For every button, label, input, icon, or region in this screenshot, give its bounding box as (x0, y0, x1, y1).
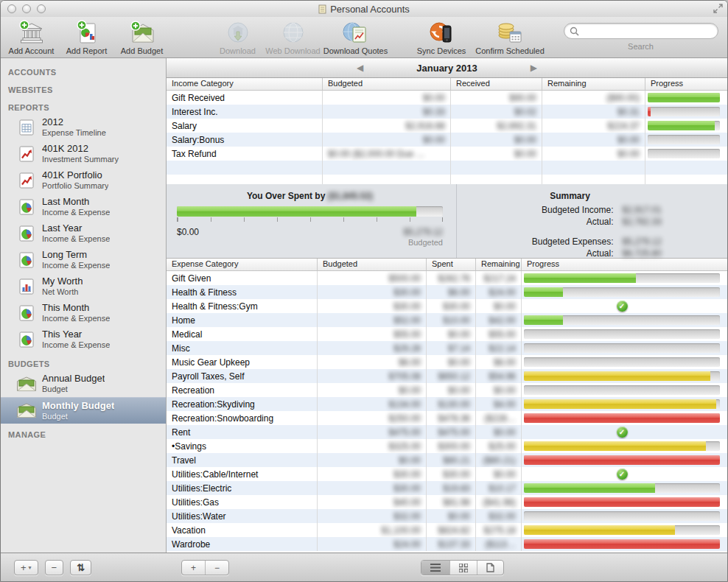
sidebar-item-subtitle: Investment Summary (42, 154, 119, 165)
pie-doc-icon (15, 305, 38, 321)
received-cell: $0.00 (451, 133, 542, 147)
close-button[interactable] (7, 4, 16, 13)
expense-row-vacation[interactable]: Vacation$1,100.00$824.82$275.18 (167, 523, 727, 537)
spent-cell: $80.21 (427, 453, 476, 467)
income-column-budgeted[interactable]: Budgeted (323, 78, 451, 90)
expense-row-utilities-cable-internet[interactable]: Utilities:Cable/Internet$30.00$30.00$0.0… (167, 467, 727, 481)
spent-cell: $19.83 (427, 481, 476, 495)
income-row-tax-refund[interactable]: Tax Refund$0.00 ($2,000.00 Due …$0.00$0.… (167, 147, 727, 161)
sidebar-item-this-month[interactable]: This MonthIncome & Expense (1, 300, 166, 326)
add-category-button[interactable]: + (182, 561, 206, 575)
income-row-salary-bonus[interactable]: Salary:Bonus$0.00$0.00$0.00 (167, 133, 727, 147)
add-report-button[interactable]: Add Report (59, 18, 114, 55)
expense-row-utilities-water[interactable]: Utilities:Water$32.00$0.00$32.00 (167, 509, 727, 523)
remaining-cell: $0.00 (476, 467, 522, 481)
sidebar-item-long-term[interactable]: Long TermIncome & Expense (1, 247, 166, 273)
progress-fill-red (648, 107, 651, 116)
progress-track (648, 149, 720, 158)
expense-row-recreation-snowboarding[interactable]: Recreation:Snowboarding$250.00$478.36($2… (167, 411, 727, 425)
category-cell: Utilities:Electric (167, 481, 318, 495)
progress-fill-green (648, 121, 715, 130)
sidebar-item-last-month[interactable]: Last MonthIncome & Expense (1, 194, 166, 220)
search-input[interactable] (579, 25, 713, 37)
previous-month-button[interactable]: ◀ (357, 63, 363, 73)
remove-category-button[interactable]: − (206, 561, 228, 575)
sidebar-item-title: 2012 (42, 116, 106, 127)
progress-cell: ✓ (522, 425, 727, 439)
sidebar-item-annual-budget[interactable]: Annual BudgetBudget (1, 371, 166, 397)
remove-source-button[interactable]: − (45, 560, 64, 575)
zoom-button[interactable] (37, 4, 46, 13)
sidebar-item-401k-portfolio[interactable]: 401K PortfolioPortfolio Summary (1, 167, 166, 194)
expense-column-remaining[interactable]: Remaining (476, 259, 522, 270)
spent-cell: $130.00 (427, 397, 476, 411)
sidebar-item-title: This Year (42, 329, 110, 340)
search-field[interactable] (564, 23, 718, 39)
expense-row-utilities-electric[interactable]: Utilities:Electric$30.00$19.83$10.17 (167, 481, 727, 495)
list-view-button[interactable] (421, 561, 450, 575)
fullscreen-icon[interactable] (713, 4, 723, 13)
expense-row-gift-given[interactable]: Gift Given$500.00$282.76$217.24 (167, 271, 727, 285)
sync-devices-button[interactable]: Sync Devices (411, 18, 472, 55)
income-column-received[interactable]: Received (451, 78, 542, 90)
expense-row-music-gear-upkeep[interactable]: Music Gear Upkeep$6.00$0.00$6.00 (167, 355, 727, 369)
sidebar-item-monthly-budget[interactable]: Monthly BudgetBudget (1, 397, 166, 424)
expense-row-travel[interactable]: Travel$0.00$80.21($80.21) (167, 453, 727, 467)
expense-row-savings[interactable]: •Savings$325.00$300.00$25.00 (167, 439, 727, 453)
expense-row-rent[interactable]: Rent$475.00$475.00$0.00✓ (167, 425, 727, 439)
budgeted-cell: $40.00 (318, 495, 427, 509)
category-cell: Gift Given (167, 271, 318, 285)
expense-row-medical[interactable]: Medical$55.00$0.00$55.00 (167, 327, 727, 341)
category-cell: Gift Received (167, 91, 323, 105)
sidebar-item-my-worth[interactable]: My WorthNet Worth (1, 273, 166, 300)
income-row-gift-received[interactable]: Gift Received$0.00$90.00($90.00) (167, 91, 727, 105)
expense-row-health-fitness[interactable]: Health & Fitness$30.00$6.00$24.00 (167, 285, 727, 299)
sidebar-item-this-year[interactable]: This YearIncome & Expense (1, 326, 166, 353)
grid-view-button[interactable] (450, 561, 477, 575)
income-row-interest-inc[interactable]: Interest Inc.$0.33$0.02$0.31 (167, 105, 727, 119)
confirm-scheduled-button[interactable]: Confirm Scheduled (472, 18, 548, 55)
spent-cell: $0.00 (427, 383, 476, 397)
expense-row-misc[interactable]: Misc$29.28$7.14$22.14 (167, 341, 727, 355)
reorder-button[interactable]: ⇅ (70, 560, 91, 575)
remaining-cell: $0.00 (476, 425, 522, 439)
sidebar-item-subtitle: Income & Expense (42, 313, 110, 324)
expense-column-progress[interactable]: Progress (522, 259, 727, 270)
expense-row-recreation[interactable]: Recreation$0.00$0.00$0.00 (167, 383, 727, 397)
add-account-button[interactable]: Add Account (4, 18, 59, 55)
remaining-cell: ($90.00) (542, 91, 645, 105)
add-source-button[interactable]: +▾ (14, 560, 38, 575)
expense-row-payroll-taxes-self[interactable]: Payroll Taxes, Self$705.08$650.12$54.96 (167, 369, 727, 383)
bar-chart-doc-icon (15, 278, 38, 295)
sidebar-item-2012[interactable]: 2012Expense Timeline (1, 114, 166, 141)
income-column-progress[interactable]: Progress (645, 78, 727, 90)
income-column-income-category[interactable]: Income Category (167, 78, 323, 90)
progress-cell (645, 105, 727, 119)
progress-fill-yellow (524, 525, 675, 535)
download-quotes-button[interactable]: Download Quotes (321, 18, 391, 55)
next-month-button[interactable]: ▶ (531, 63, 537, 73)
expense-column-expense-category[interactable]: Expense Category (167, 259, 318, 270)
expense-row-wardrobe[interactable]: Wardrobe$24.00$137.33($113… (167, 537, 727, 551)
document-view-button[interactable] (477, 561, 503, 575)
expense-column-spent[interactable]: Spent (427, 259, 476, 270)
sidebar-item-title: Long Term (42, 249, 110, 260)
minimize-button[interactable] (22, 4, 31, 13)
income-row-salary[interactable]: Salary$2,916.68$2,692.31$224.37 (167, 119, 727, 133)
expense-row-utilities-gas[interactable]: Utilities:Gas$40.00$81.98($41.98) (167, 495, 727, 509)
expense-row-health-fitness-gym[interactable]: Health & Fitness:Gym$30.00$30.00$0.00✓ (167, 299, 727, 313)
budgeted-cell: $52.00 (318, 313, 427, 327)
budgeted-cell: $1,100.00 (318, 523, 427, 537)
expense-row-recreation-skydiving[interactable]: Recreation:Skydiving$134.00$130.00$4.00 (167, 397, 727, 411)
expense-row-home[interactable]: Home$52.00$10.00$42.00 (167, 313, 727, 327)
category-actions-group: + − (181, 560, 229, 575)
expense-column-budgeted[interactable]: Budgeted (318, 259, 427, 270)
summary-label: Actual: (485, 248, 614, 259)
spent-cell: $81.98 (427, 495, 476, 509)
received-cell: $2,692.31 (451, 119, 542, 133)
document-view-icon (486, 563, 494, 572)
sidebar-item-401k-2012[interactable]: 401K 2012Investment Summary (1, 141, 166, 167)
income-column-remaining[interactable]: Remaining (542, 78, 645, 90)
sidebar-item-last-year[interactable]: Last YearIncome & Expense (1, 220, 166, 247)
add-budget-button[interactable]: Add Budget (114, 18, 169, 55)
